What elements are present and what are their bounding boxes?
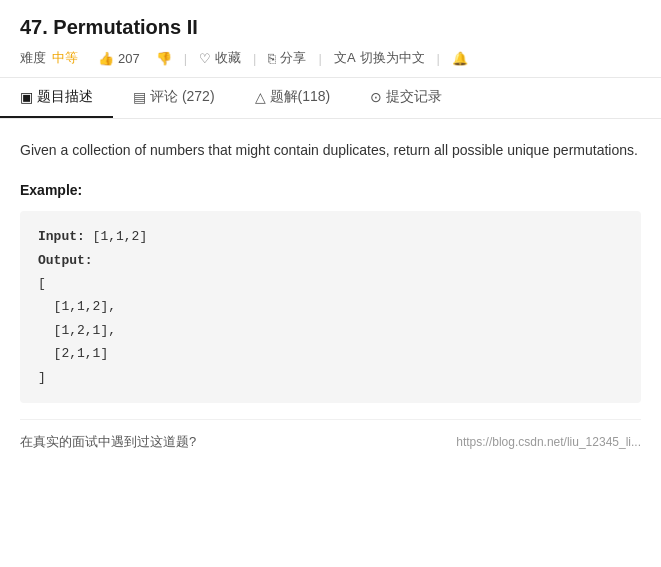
example-label: Example: bbox=[20, 179, 641, 201]
tab-description-label: 题目描述 bbox=[37, 88, 93, 106]
thumb-down-icon: 👎 bbox=[156, 51, 172, 66]
footer-hint: 在真实的面试中遇到过这道题? https://blog.csdn.net/liu… bbox=[20, 419, 641, 453]
code-line-5: [1,2,1], bbox=[38, 319, 623, 342]
translate-icon: 文A bbox=[334, 49, 356, 67]
problem-title: 47. Permutations II bbox=[20, 16, 198, 39]
description-text: Given a collection of numbers that might… bbox=[20, 139, 641, 163]
bell-icon: 🔔 bbox=[452, 51, 468, 66]
thumb-up-icon: 👍 bbox=[98, 51, 114, 66]
content-area: Given a collection of numbers that might… bbox=[0, 119, 661, 469]
share-icon: ⎘ bbox=[268, 51, 276, 66]
heart-icon: ♡ bbox=[199, 51, 211, 66]
code-line-6: [2,1,1] bbox=[38, 342, 623, 365]
tab-comments[interactable]: ▤ 评论 (272) bbox=[113, 78, 235, 118]
header: 47. Permutations II 难度 中等 👍 207 👎 | ♡ 收藏… bbox=[0, 0, 661, 78]
tab-solutions[interactable]: △ 题解(118) bbox=[235, 78, 351, 118]
code-line-7: ] bbox=[38, 366, 623, 389]
tab-solutions-label: 题解(118) bbox=[270, 88, 331, 106]
tab-description[interactable]: ▣ 题目描述 bbox=[0, 78, 113, 118]
code-block: Input: [1,1,2] Output: [ [1,1,2], [1,2,1… bbox=[20, 211, 641, 403]
dislike-button[interactable]: 👎 bbox=[150, 49, 178, 68]
csdn-link[interactable]: https://blog.csdn.net/liu_12345_li... bbox=[456, 433, 641, 452]
submissions-tab-icon: ⊙ bbox=[370, 89, 382, 105]
notify-button[interactable]: 🔔 bbox=[446, 49, 474, 68]
code-line-1: Input: [1,1,2] bbox=[38, 225, 623, 248]
tab-submissions-label: 提交记录 bbox=[386, 88, 442, 106]
like-count: 207 bbox=[118, 51, 140, 66]
translate-button[interactable]: 文A 切换为中文 bbox=[328, 47, 431, 69]
tab-nav: ▣ 题目描述 ▤ 评论 (272) △ 题解(118) ⊙ 提交记录 bbox=[0, 78, 661, 119]
separator-2: | bbox=[253, 51, 256, 66]
difficulty-value: 中等 bbox=[52, 49, 78, 67]
solutions-tab-icon: △ bbox=[255, 89, 266, 105]
separator-1: | bbox=[184, 51, 187, 66]
meta-row: 难度 中等 👍 207 👎 | ♡ 收藏 | ⎘ 分享 | 文A 切换为中文 |… bbox=[20, 47, 641, 69]
like-button[interactable]: 👍 207 bbox=[92, 49, 146, 68]
title-row: 47. Permutations II bbox=[20, 16, 641, 39]
tab-submissions[interactable]: ⊙ 提交记录 bbox=[350, 78, 462, 118]
code-line-4: [1,1,2], bbox=[38, 295, 623, 318]
share-button[interactable]: ⎘ 分享 bbox=[262, 47, 312, 69]
description-tab-icon: ▣ bbox=[20, 89, 33, 105]
tab-comments-label: 评论 (272) bbox=[150, 88, 215, 106]
difficulty-label: 难度 bbox=[20, 49, 46, 67]
interview-question-hint: 在真实的面试中遇到过这道题? bbox=[20, 432, 196, 453]
separator-4: | bbox=[437, 51, 440, 66]
comments-tab-icon: ▤ bbox=[133, 89, 146, 105]
code-line-2: Output: bbox=[38, 249, 623, 272]
separator-3: | bbox=[318, 51, 321, 66]
collect-button[interactable]: ♡ 收藏 bbox=[193, 47, 247, 69]
code-line-3: [ bbox=[38, 272, 623, 295]
